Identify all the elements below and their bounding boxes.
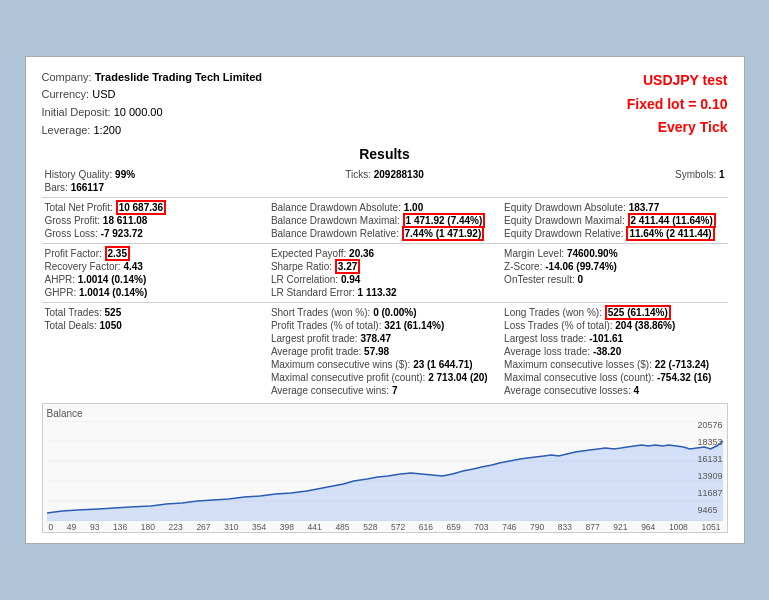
x-14: 616 — [419, 522, 433, 532]
x-24: 1051 — [701, 522, 720, 532]
bal-draw-rel-value: 7.44% (1 471.92) — [405, 228, 482, 239]
x-9: 398 — [280, 522, 294, 532]
ahpr-label: AHPR: — [45, 274, 76, 285]
eq-draw-abs-label: Equity Drawdown Absolute: — [504, 202, 626, 213]
gross-profit-label: Gross Profit: — [45, 215, 101, 226]
x-2: 93 — [90, 522, 99, 532]
avg-consec-wins-label: Average consecutive wins: — [271, 385, 389, 396]
sharpe-value: 3.27 — [338, 261, 357, 272]
lr-corr-value: 0.94 — [341, 274, 360, 285]
x-10: 441 — [308, 522, 322, 532]
y-label-1: 20576 — [697, 420, 722, 430]
x-19: 833 — [558, 522, 572, 532]
zscore-value: -14.06 (99.74%) — [545, 261, 617, 272]
results-title: Results — [42, 146, 728, 162]
leverage-value: 1:200 — [94, 124, 122, 136]
avg-consec-losses-value: 4 — [633, 385, 639, 396]
x-6: 267 — [196, 522, 210, 532]
largest-profit-label: Largest profit trade: — [271, 333, 358, 344]
deposit-value: 10 000.00 — [114, 106, 163, 118]
total-deals-value: 1050 — [100, 320, 122, 331]
max-consec-losses-label: Maximum consecutive losses ($): — [504, 359, 652, 370]
bal-draw-max-label: Balance Drawdown Maximal: — [271, 215, 400, 226]
x-17: 746 — [502, 522, 516, 532]
company-name: Tradeslide Trading Tech Limited — [95, 71, 262, 83]
bal-draw-rel-label: Balance Drawdown Relative: — [271, 228, 399, 239]
company-info: Company: Tradeslide Trading Tech Limited… — [42, 69, 262, 139]
largest-profit-value: 378.47 — [360, 333, 391, 344]
eq-draw-rel-value: 11.64% (2 411.44) — [629, 228, 711, 239]
eq-draw-max-label: Equity Drawdown Maximal: — [504, 215, 625, 226]
x-18: 790 — [530, 522, 544, 532]
x-20: 877 — [586, 522, 600, 532]
max-consec-wins-label: Maximum consecutive wins ($): — [271, 359, 410, 370]
short-trades-value: 0 (0.00%) — [373, 307, 416, 318]
chart-title: Balance — [47, 408, 723, 419]
max-consec-loss-label: Maximal consecutive loss (count): — [504, 372, 654, 383]
x-11: 485 — [335, 522, 349, 532]
avg-loss-value: -38.20 — [593, 346, 621, 357]
exp-payoff-label: Expected Payoff: — [271, 248, 346, 259]
eq-draw-abs-value: 183.77 — [629, 202, 660, 213]
deposit-label: Initial Deposit: — [42, 106, 111, 118]
x-13: 572 — [391, 522, 405, 532]
recovery-factor-label: Recovery Factor: — [45, 261, 121, 272]
ticks-value: 209288130 — [374, 169, 424, 180]
largest-loss-value: -101.61 — [589, 333, 623, 344]
tick-type: Every Tick — [627, 116, 728, 140]
x-axis-labels: 0 49 93 136 180 223 267 310 354 398 441 … — [47, 522, 723, 532]
short-trades-label: Short Trades (won %): — [271, 307, 370, 318]
x-7: 310 — [224, 522, 238, 532]
symbols-value: 1 — [719, 169, 725, 180]
largest-loss-label: Largest loss trade: — [504, 333, 586, 344]
quality-label: History Quality: — [45, 169, 113, 180]
trades-table: Total Trades: 525 Short Trades (won %): … — [42, 306, 728, 397]
profit-trades-value: 321 (61.14%) — [384, 320, 444, 331]
max-consec-wins-value: 23 (1 644.71) — [413, 359, 473, 370]
profit-factor-label: Profit Factor: — [45, 248, 102, 259]
loss-trades-label: Loss Trades (% of total): — [504, 320, 612, 331]
quality-table: History Quality: 99% Ticks: 209288130 Sy… — [42, 168, 728, 194]
x-21: 921 — [613, 522, 627, 532]
lot-size: Fixed lot = 0.10 — [627, 93, 728, 117]
y-label-6: 9465 — [697, 505, 722, 515]
x-3: 136 — [113, 522, 127, 532]
zscore-label: Z-Score: — [504, 261, 542, 272]
x-15: 659 — [447, 522, 461, 532]
x-1: 49 — [67, 522, 76, 532]
eq-draw-max-value: 2 411.44 (11.64%) — [631, 215, 713, 226]
loss-trades-value: 204 (38.86%) — [615, 320, 675, 331]
avg-consec-losses-label: Average consecutive losses: — [504, 385, 631, 396]
recovery-factor-value: 4.43 — [123, 261, 142, 272]
perf-table: Profit Factor: 2.35 Expected Payoff: 20.… — [42, 247, 728, 299]
currency-value: USD — [92, 88, 115, 100]
margin-level-value: 74600.90% — [567, 248, 618, 259]
x-12: 528 — [363, 522, 377, 532]
balance-chart: Balance 20576 18353 16131 13909 116 — [42, 403, 728, 533]
x-22: 964 — [641, 522, 655, 532]
avg-profit-label: Average profit trade: — [271, 346, 361, 357]
long-trades-label: Long Trades (won %): — [504, 307, 602, 318]
total-trades-label: Total Trades: — [45, 307, 102, 318]
total-trades-value: 525 — [105, 307, 122, 318]
ghpr-label: GHPR: — [45, 287, 77, 298]
y-axis-labels: 20576 18353 16131 13909 11687 9465 — [697, 420, 722, 515]
max-consec-loss-value: -754.32 (16) — [657, 372, 711, 383]
profit-trades-label: Profit Trades (% of total): — [271, 320, 382, 331]
lr-stderr-label: LR Standard Error: — [271, 287, 355, 298]
bars-label: Bars: — [45, 182, 68, 193]
avg-consec-wins-value: 7 — [392, 385, 398, 396]
eq-draw-rel-label: Equity Drawdown Relative: — [504, 228, 624, 239]
ticks-label: Ticks: — [345, 169, 371, 180]
test-name: USDJPY test — [627, 69, 728, 93]
lr-corr-label: LR Correlation: — [271, 274, 338, 285]
bal-draw-abs-label: Balance Drawdown Absolute: — [271, 202, 401, 213]
bal-draw-max-value: 1 471.92 (7.44%) — [406, 215, 483, 226]
ontester-label: OnTester result: — [504, 274, 575, 285]
margin-level-label: Margin Level: — [504, 248, 564, 259]
total-deals-label: Total Deals: — [45, 320, 97, 331]
max-consec-profit-label: Maximal consecutive profit (count): — [271, 372, 426, 383]
y-label-3: 16131 — [697, 454, 722, 464]
bars-value: 166117 — [71, 182, 104, 193]
x-16: 703 — [474, 522, 488, 532]
